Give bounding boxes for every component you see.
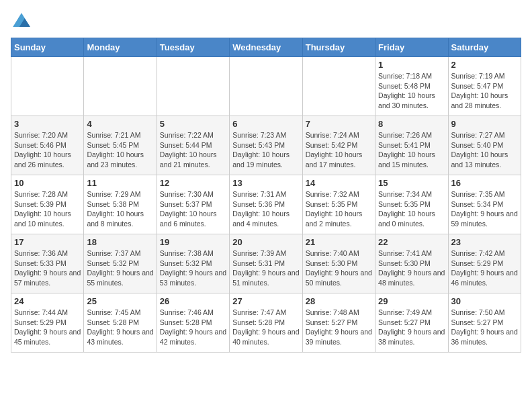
day-number: 1 — [378, 60, 445, 70]
calendar-table: SundayMondayTuesdayWednesdayThursdayFrid… — [11, 38, 521, 353]
day-number: 25 — [87, 296, 153, 306]
calendar-cell: 5Sunrise: 7:22 AM Sunset: 5:44 PM Daylig… — [157, 116, 229, 175]
calendar-cell: 13Sunrise: 7:31 AM Sunset: 5:36 PM Dayli… — [230, 175, 302, 234]
day-info: Sunrise: 7:45 AM Sunset: 5:28 PM Dayligh… — [87, 308, 153, 347]
day-number: 18 — [87, 237, 153, 247]
column-header-thursday: Thursday — [302, 38, 375, 57]
calendar-cell: 1Sunrise: 7:18 AM Sunset: 5:48 PM Daylig… — [375, 57, 448, 116]
calendar-week-row: 3Sunrise: 7:20 AM Sunset: 5:46 PM Daylig… — [11, 116, 521, 175]
day-number: 16 — [451, 178, 518, 188]
calendar-cell — [84, 57, 157, 116]
calendar-cell: 4Sunrise: 7:21 AM Sunset: 5:45 PM Daylig… — [84, 116, 157, 175]
calendar-cell: 30Sunrise: 7:50 AM Sunset: 5:27 PM Dayli… — [448, 293, 521, 353]
column-header-friday: Friday — [375, 38, 448, 57]
calendar-cell: 16Sunrise: 7:35 AM Sunset: 5:34 PM Dayli… — [448, 175, 521, 234]
calendar-cell: 12Sunrise: 7:30 AM Sunset: 5:37 PM Dayli… — [157, 175, 229, 234]
calendar-cell: 18Sunrise: 7:37 AM Sunset: 5:32 PM Dayli… — [84, 234, 157, 293]
day-info: Sunrise: 7:26 AM Sunset: 5:41 PM Dayligh… — [378, 130, 445, 170]
day-info: Sunrise: 7:21 AM Sunset: 5:45 PM Dayligh… — [87, 130, 153, 170]
day-number: 4 — [87, 119, 153, 129]
calendar-cell: 6Sunrise: 7:23 AM Sunset: 5:43 PM Daylig… — [230, 116, 302, 175]
day-info: Sunrise: 7:23 AM Sunset: 5:43 PM Dayligh… — [232, 130, 299, 170]
logo — [11, 11, 35, 32]
day-number: 30 — [451, 296, 518, 306]
day-number: 8 — [378, 119, 445, 129]
calendar-cell: 25Sunrise: 7:45 AM Sunset: 5:28 PM Dayli… — [84, 293, 157, 353]
day-number: 10 — [14, 178, 81, 188]
calendar-cell: 17Sunrise: 7:36 AM Sunset: 5:33 PM Dayli… — [11, 234, 84, 293]
day-number: 28 — [306, 296, 372, 306]
calendar-cell: 7Sunrise: 7:24 AM Sunset: 5:42 PM Daylig… — [302, 116, 375, 175]
day-number: 20 — [232, 237, 299, 247]
day-info: Sunrise: 7:19 AM Sunset: 5:47 PM Dayligh… — [451, 71, 518, 111]
calendar-week-row: 17Sunrise: 7:36 AM Sunset: 5:33 PM Dayli… — [11, 234, 521, 293]
day-number: 7 — [306, 119, 372, 129]
column-header-monday: Monday — [84, 38, 157, 57]
day-info: Sunrise: 7:40 AM Sunset: 5:30 PM Dayligh… — [306, 248, 372, 288]
calendar-cell: 28Sunrise: 7:48 AM Sunset: 5:27 PM Dayli… — [302, 293, 375, 353]
calendar-cell: 19Sunrise: 7:38 AM Sunset: 5:32 PM Dayli… — [157, 234, 229, 293]
calendar-cell: 15Sunrise: 7:34 AM Sunset: 5:35 PM Dayli… — [375, 175, 448, 234]
day-info: Sunrise: 7:36 AM Sunset: 5:33 PM Dayligh… — [14, 248, 81, 288]
page-header — [11, 11, 521, 32]
day-info: Sunrise: 7:22 AM Sunset: 5:44 PM Dayligh… — [160, 130, 226, 170]
logo-icon — [11, 11, 32, 32]
day-info: Sunrise: 7:18 AM Sunset: 5:48 PM Dayligh… — [378, 71, 445, 111]
day-number: 11 — [87, 178, 153, 188]
day-info: Sunrise: 7:35 AM Sunset: 5:34 PM Dayligh… — [451, 189, 518, 229]
day-info: Sunrise: 7:44 AM Sunset: 5:29 PM Dayligh… — [14, 308, 81, 347]
calendar-cell: 26Sunrise: 7:46 AM Sunset: 5:28 PM Dayli… — [157, 293, 229, 353]
day-info: Sunrise: 7:30 AM Sunset: 5:37 PM Dayligh… — [160, 189, 226, 229]
day-number: 2 — [451, 60, 518, 70]
day-number: 21 — [306, 237, 372, 247]
calendar-cell: 21Sunrise: 7:40 AM Sunset: 5:30 PM Dayli… — [302, 234, 375, 293]
column-header-sunday: Sunday — [11, 38, 84, 57]
calendar-cell: 2Sunrise: 7:19 AM Sunset: 5:47 PM Daylig… — [448, 57, 521, 116]
day-info: Sunrise: 7:34 AM Sunset: 5:35 PM Dayligh… — [378, 189, 445, 229]
day-number: 19 — [160, 237, 226, 247]
calendar-cell: 11Sunrise: 7:29 AM Sunset: 5:38 PM Dayli… — [84, 175, 157, 234]
day-number: 26 — [160, 296, 226, 306]
calendar-cell: 22Sunrise: 7:41 AM Sunset: 5:30 PM Dayli… — [375, 234, 448, 293]
day-info: Sunrise: 7:20 AM Sunset: 5:46 PM Dayligh… — [14, 130, 81, 170]
day-number: 22 — [378, 237, 445, 247]
day-info: Sunrise: 7:49 AM Sunset: 5:27 PM Dayligh… — [378, 308, 445, 347]
day-info: Sunrise: 7:32 AM Sunset: 5:35 PM Dayligh… — [306, 189, 372, 229]
day-info: Sunrise: 7:37 AM Sunset: 5:32 PM Dayligh… — [87, 248, 153, 288]
day-info: Sunrise: 7:28 AM Sunset: 5:39 PM Dayligh… — [14, 189, 81, 229]
day-number: 27 — [232, 296, 299, 306]
day-number: 6 — [232, 119, 299, 129]
day-number: 29 — [378, 296, 445, 306]
day-number: 15 — [378, 178, 445, 188]
day-number: 17 — [14, 237, 81, 247]
calendar-cell — [157, 57, 229, 116]
calendar-cell: 29Sunrise: 7:49 AM Sunset: 5:27 PM Dayli… — [375, 293, 448, 353]
calendar-week-row: 24Sunrise: 7:44 AM Sunset: 5:29 PM Dayli… — [11, 293, 521, 353]
calendar-cell: 3Sunrise: 7:20 AM Sunset: 5:46 PM Daylig… — [11, 116, 84, 175]
calendar-cell: 14Sunrise: 7:32 AM Sunset: 5:35 PM Dayli… — [302, 175, 375, 234]
day-number: 9 — [451, 119, 518, 129]
column-header-wednesday: Wednesday — [230, 38, 302, 57]
day-info: Sunrise: 7:31 AM Sunset: 5:36 PM Dayligh… — [232, 189, 299, 229]
day-info: Sunrise: 7:47 AM Sunset: 5:28 PM Dayligh… — [232, 308, 299, 347]
calendar-cell — [302, 57, 375, 116]
day-info: Sunrise: 7:39 AM Sunset: 5:31 PM Dayligh… — [232, 248, 299, 288]
day-number: 23 — [451, 237, 518, 247]
day-info: Sunrise: 7:38 AM Sunset: 5:32 PM Dayligh… — [160, 248, 226, 288]
calendar-cell: 27Sunrise: 7:47 AM Sunset: 5:28 PM Dayli… — [230, 293, 302, 353]
day-number: 5 — [160, 119, 226, 129]
calendar-cell: 24Sunrise: 7:44 AM Sunset: 5:29 PM Dayli… — [11, 293, 84, 353]
column-header-tuesday: Tuesday — [157, 38, 229, 57]
calendar-cell — [230, 57, 302, 116]
calendar-week-row: 1Sunrise: 7:18 AM Sunset: 5:48 PM Daylig… — [11, 57, 521, 116]
day-info: Sunrise: 7:46 AM Sunset: 5:28 PM Dayligh… — [160, 308, 226, 347]
calendar-header-row: SundayMondayTuesdayWednesdayThursdayFrid… — [11, 38, 521, 57]
day-number: 24 — [14, 296, 81, 306]
day-info: Sunrise: 7:50 AM Sunset: 5:27 PM Dayligh… — [451, 308, 518, 347]
calendar-cell: 20Sunrise: 7:39 AM Sunset: 5:31 PM Dayli… — [230, 234, 302, 293]
day-number: 12 — [160, 178, 226, 188]
day-number: 13 — [232, 178, 299, 188]
day-info: Sunrise: 7:48 AM Sunset: 5:27 PM Dayligh… — [306, 308, 372, 347]
day-number: 3 — [14, 119, 81, 129]
day-info: Sunrise: 7:27 AM Sunset: 5:40 PM Dayligh… — [451, 130, 518, 170]
